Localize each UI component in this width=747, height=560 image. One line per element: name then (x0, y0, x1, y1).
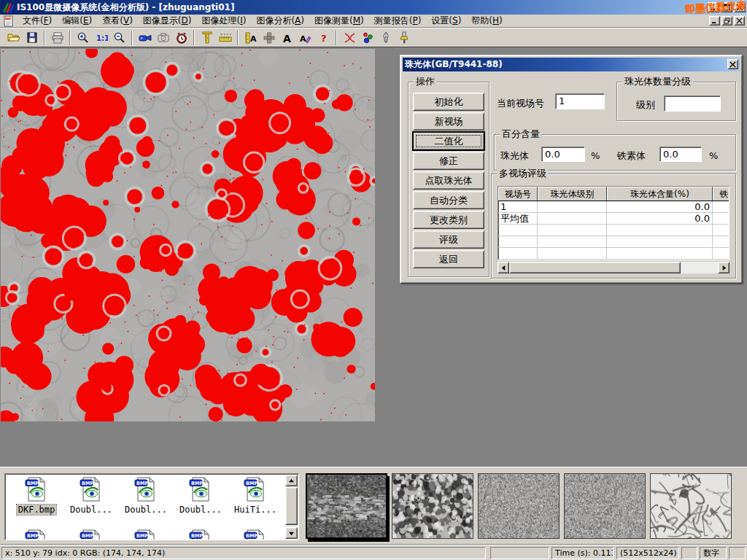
thumbnail-1[interactable] (392, 473, 473, 539)
table-cell (538, 213, 607, 224)
table-row-0[interactable]: 10.0 (498, 201, 729, 213)
dialog-close-button[interactable] (727, 59, 738, 69)
file-item-row2-1[interactable]: BMP (64, 529, 118, 540)
print-icon[interactable] (48, 29, 66, 47)
menu-item-9[interactable]: 帮助(H) (466, 14, 507, 28)
op-button-4[interactable]: 点取珠光体 (413, 171, 484, 190)
thumbnail-3[interactable] (564, 473, 646, 539)
file-item-3[interactable]: BMPDoubl... (174, 477, 228, 515)
table-header-3[interactable]: 铁素体含量(%) (713, 187, 729, 201)
op-button-8[interactable]: 返回 (413, 250, 484, 268)
op-button-3[interactable]: 修正 (413, 152, 484, 170)
file-item-4[interactable]: BMPHuiTi... (228, 477, 282, 515)
actual-size-icon[interactable]: 1:1 (92, 29, 110, 47)
file-name: Doubl... (69, 505, 114, 515)
menu-item-8[interactable]: 设置(S) (426, 14, 466, 28)
grade-label: 级别 (636, 98, 655, 112)
svg-text:A: A (250, 34, 257, 44)
table-header-1[interactable]: 珠光体级别 (538, 187, 607, 201)
mdi-close-button[interactable] (734, 16, 745, 26)
scroll-up-button[interactable] (285, 475, 298, 486)
file-item-row2-0[interactable]: BMP (9, 529, 63, 540)
table-cell: 平均值 (498, 213, 538, 224)
caliper-icon[interactable] (198, 29, 216, 47)
curve-tool-icon[interactable] (340, 29, 358, 47)
ruler-icon[interactable] (216, 29, 234, 47)
minimize-button[interactable] (708, 2, 719, 12)
pen-tool-icon[interactable] (376, 29, 395, 47)
mdi-minimize-button[interactable] (709, 16, 720, 26)
ferrite-percent-input[interactable]: 0.0 (659, 147, 702, 162)
menu-item-3[interactable]: 图像显示(D) (138, 14, 197, 28)
measure-label-icon[interactable]: A (241, 29, 260, 47)
particle-classify-icon[interactable] (358, 29, 376, 47)
table-row-4[interactable] (498, 248, 729, 260)
scrollbar-thumb[interactable] (509, 262, 681, 273)
help-icon[interactable]: ? (314, 29, 333, 47)
thumbnail-4[interactable] (650, 473, 732, 539)
file-item-row2-4[interactable]: BMP (228, 529, 282, 540)
table-horizontal-scrollbar[interactable] (498, 262, 729, 273)
scroll-left-button[interactable] (498, 262, 509, 273)
status-bar: x: 510 y: 79 idx: 0 RGB: (174, 174, 174)… (0, 544, 747, 560)
file-item-2[interactable]: BMPDoubl... (119, 477, 173, 515)
timer-icon[interactable] (172, 29, 190, 47)
table-row-2[interactable] (498, 225, 729, 236)
table-cell (713, 248, 729, 259)
svg-text:A: A (283, 32, 291, 44)
op-button-0[interactable]: 初始化 (413, 93, 484, 111)
file-item-0[interactable]: BMPDKF.bmp (9, 477, 63, 515)
menu-item-0[interactable]: 文件(F) (18, 14, 57, 28)
thumbnail-2[interactable] (478, 473, 560, 539)
close-button[interactable] (734, 2, 746, 12)
menu-item-4[interactable]: 图像处理(I) (196, 14, 251, 28)
scroll-right-button[interactable] (718, 262, 729, 273)
scrollbar-thumb[interactable] (285, 487, 298, 525)
table-header-2[interactable]: 珠光体含量(%) (607, 187, 713, 201)
table-row-1[interactable]: 平均值0.0 (498, 213, 729, 225)
thumbnail-image (565, 474, 645, 538)
menu-item-7[interactable]: 测量报告(P) (369, 14, 427, 28)
micrograph-image[interactable] (1, 49, 375, 421)
table-cell (713, 213, 729, 224)
status-cell-1 (490, 547, 549, 559)
table-header-0[interactable]: 视场号 (498, 187, 538, 201)
menu-item-6[interactable]: 图像测量(M) (309, 14, 369, 28)
pearlite-percent-input[interactable]: 0.0 (541, 147, 585, 162)
status-cell-4 (681, 547, 697, 559)
thumbnail-image (307, 475, 386, 537)
scroll-down-button[interactable] (285, 527, 298, 539)
op-button-1[interactable]: 新视场 (413, 112, 484, 131)
menu-item-1[interactable]: 编辑(E) (57, 14, 97, 28)
file-list-scrollbar[interactable] (285, 475, 298, 539)
grade-input[interactable] (664, 96, 721, 112)
thumbnail-0[interactable] (306, 473, 387, 539)
multi-view-table[interactable]: 视场号珠光体级别珠光体含量(%)铁素体含量(%) 10.0平均值0.0 (498, 186, 729, 260)
menu-item-5[interactable]: 图像分析(A) (251, 14, 309, 28)
menu-item-2[interactable]: 查看(V) (97, 14, 138, 28)
op-button-2[interactable]: 二值化 (413, 132, 484, 150)
document-icon[interactable]: DOC (3, 15, 15, 27)
table-cell (713, 236, 729, 247)
op-button-5[interactable]: 自动分类 (413, 191, 484, 209)
edit-annotation-icon[interactable]: A (296, 29, 314, 47)
table-cell: 0.0 (607, 201, 713, 212)
table-row-3[interactable] (498, 236, 729, 248)
file-item-row2-2[interactable]: BMP (119, 529, 173, 540)
op-button-6[interactable]: 更改类别 (413, 211, 484, 229)
text-annotation-icon[interactable]: A (278, 29, 296, 47)
maximize-button[interactable] (721, 2, 732, 12)
op-button-7[interactable]: 评级 (413, 230, 484, 249)
zoom-out-icon[interactable] (110, 29, 128, 47)
open-file-icon[interactable] (4, 29, 23, 47)
brush-tool-icon[interactable] (395, 29, 413, 47)
video-capture-icon[interactable] (136, 29, 154, 47)
grid-measure-icon[interactable] (260, 29, 278, 47)
file-item-1[interactable]: BMPDoubl... (64, 477, 118, 515)
current-view-input[interactable]: 1 (555, 93, 605, 109)
camera-capture-icon[interactable] (154, 29, 172, 47)
mdi-restore-button[interactable] (721, 16, 732, 26)
zoom-in-icon[interactable] (74, 29, 92, 47)
file-item-row2-3[interactable]: BMP (174, 529, 228, 540)
save-icon[interactable] (23, 29, 41, 47)
